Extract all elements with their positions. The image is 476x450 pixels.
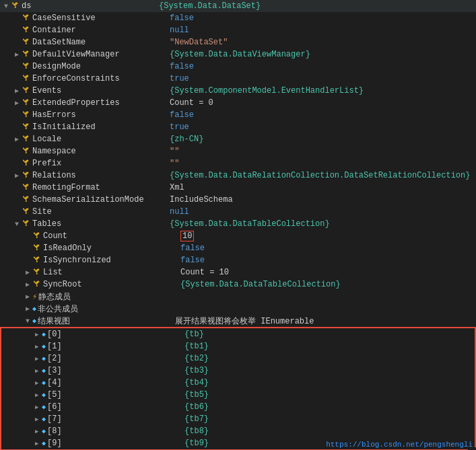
prop-Site[interactable]: Site null <box>0 206 476 218</box>
expander[interactable] <box>23 304 32 313</box>
prop-value: Xml <box>170 183 184 192</box>
item-value: {tb1} <box>184 342 209 351</box>
prop-name: 静态成员 <box>38 291 173 303</box>
prop-value: false <box>170 110 194 120</box>
count-value: 10 <box>180 231 194 241</box>
prop-value: Count = 10 <box>180 268 229 277</box>
tree-container[interactable]: ds {System.Data.DataSet} CaseSensitive f… <box>0 0 476 450</box>
prop-name: DesignMode <box>32 62 167 71</box>
wrench-icon <box>32 231 42 241</box>
root-expander[interactable] <box>1 1 11 11</box>
prop-expander[interactable] <box>12 135 22 144</box>
prop-SchemaSerializationMode[interactable]: SchemaSerializationMode IncludeSchema <box>0 194 476 206</box>
prop-List[interactable]: List Count = 10 <box>0 266 476 278</box>
item-expander[interactable] <box>35 379 42 387</box>
item-expander[interactable] <box>35 404 42 411</box>
result-item-3[interactable]: ◆ [3] {tb3} <box>1 365 475 377</box>
prop-DefaultViewManager[interactable]: DefaultViewManager {System.Data.DataView… <box>0 48 476 61</box>
prop-IsReadOnly[interactable]: IsReadOnly false <box>0 242 476 254</box>
expander[interactable] <box>23 316 32 326</box>
result-item-8[interactable]: ◆ [8] {tb8} <box>1 425 475 437</box>
wrench-icon <box>22 171 31 180</box>
prop-SyncRoot[interactable]: SyncRoot {System.Data.DataTableCollectio… <box>0 278 476 291</box>
prop-name: Tables <box>32 219 167 229</box>
result-item-0[interactable]: ◆ [0] {tb} <box>1 328 475 340</box>
prop-expander[interactable] <box>12 171 22 180</box>
prop-name: List <box>43 268 178 277</box>
item-index: [7] <box>47 414 182 424</box>
prop-expander[interactable] <box>23 268 32 277</box>
prop-name: RemotingFormat <box>32 183 167 192</box>
prop-value: false <box>170 62 194 71</box>
prop-IsInitialized[interactable]: IsInitialized true <box>0 121 476 133</box>
result-item-1[interactable]: ◆ [1] {tb1} <box>1 340 475 352</box>
prop-name: Relations <box>32 171 167 180</box>
prop-expander[interactable] <box>12 86 22 96</box>
result-item-6[interactable]: ◆ [6] {tb6} <box>1 401 475 413</box>
prop-Locale[interactable]: Locale {zh-CN} <box>0 133 476 145</box>
prop-Tables[interactable]: Tables {System.Data.DataTableCollection} <box>0 218 476 230</box>
wrench-icon <box>22 183 31 192</box>
prop-name: Events <box>32 86 167 96</box>
result-item-7[interactable]: ◆ [7] {tb7} <box>1 413 475 425</box>
no-expander <box>12 110 22 120</box>
item-expander[interactable] <box>35 416 42 423</box>
prop-name: 非公共成员 <box>38 303 172 315</box>
prop-value: true <box>170 122 189 132</box>
prop-HasErrors[interactable]: HasErrors false <box>0 109 476 121</box>
wrench-icon <box>32 256 42 265</box>
item-index: [4] <box>47 378 182 387</box>
prop-Namespace[interactable]: Namespace "" <box>0 145 476 157</box>
wrench-icon <box>22 135 31 144</box>
item-value: {tb4} <box>184 378 209 387</box>
prop-value: null <box>170 207 189 217</box>
expander[interactable] <box>23 292 32 301</box>
prop-IsSynchronized[interactable]: IsSynchronized false <box>0 254 476 266</box>
prop-value: {zh-CN} <box>170 135 203 144</box>
prop-ExtendedProperties[interactable]: ExtendedProperties Count = 0 <box>0 97 476 109</box>
wrench-icon <box>22 50 31 59</box>
prop-CaseSensitive[interactable]: CaseSensitive false <box>0 12 476 24</box>
result-item-2[interactable]: ◆ [2] {tb2} <box>1 352 475 365</box>
prop-name: CaseSensitive <box>32 13 167 23</box>
item-expander[interactable] <box>35 440 42 447</box>
nonpublic-members-2[interactable]: ◆ 非公共成员 <box>0 303 476 315</box>
static-members-2[interactable]: ⚡ 静态成员 <box>0 291 476 303</box>
prop-RemotingFormat[interactable]: RemotingFormat Xml <box>0 182 476 194</box>
wrench-icon <box>11 1 20 11</box>
result-view[interactable]: ◆ 结果视图 展开结果视图将会枚举 IEnumerable <box>0 315 476 327</box>
wrench-icon <box>22 195 31 204</box>
prop-name: DefaultViewManager <box>32 50 167 59</box>
prop-value: null <box>170 26 189 35</box>
item-expander[interactable] <box>35 331 42 338</box>
prop-expander[interactable] <box>12 219 22 229</box>
prop-DesignMode[interactable]: DesignMode false <box>0 61 476 73</box>
prop-Container[interactable]: Container null <box>0 24 476 36</box>
prop-DataSetName[interactable]: DataSetName "NewDataSet" <box>0 36 476 48</box>
blog-link[interactable]: https://blog.csdn.net/pengshengli <box>326 441 473 449</box>
item-expander[interactable] <box>35 367 42 375</box>
no-expander <box>12 183 22 192</box>
item-value: {tb7} <box>184 414 209 424</box>
item-expander[interactable] <box>35 428 42 435</box>
item-expander[interactable] <box>35 355 42 363</box>
result-item-4[interactable]: ◆ [4] {tb4} <box>1 377 475 389</box>
prop-Count[interactable]: Count 10 <box>0 230 476 242</box>
prop-expander[interactable] <box>23 280 32 289</box>
no-expander <box>12 195 22 204</box>
item-expander[interactable] <box>35 391 42 399</box>
wrench-icon <box>32 280 42 289</box>
result-item-5[interactable]: ◆ [5] {tb5} <box>1 389 475 401</box>
prop-value: {System.Data.DataTableCollection} <box>170 219 330 229</box>
item-expander[interactable] <box>35 343 42 350</box>
prop-Events[interactable]: Events {System.ComponentModel.EventHandl… <box>0 85 476 97</box>
prop-Prefix[interactable]: Prefix "" <box>0 157 476 170</box>
prop-EnforceConstraints[interactable]: EnforceConstraints true <box>0 73 476 85</box>
root-node[interactable]: ds {System.Data.DataSet} <box>0 0 476 12</box>
item-index: [8] <box>47 426 182 436</box>
prop-name: Count <box>43 231 178 241</box>
item-value: {tb2} <box>184 354 209 363</box>
prop-Relations[interactable]: Relations {System.Data.DataRelationColle… <box>0 170 476 182</box>
prop-expander[interactable] <box>12 50 22 59</box>
prop-expander[interactable] <box>12 98 22 108</box>
